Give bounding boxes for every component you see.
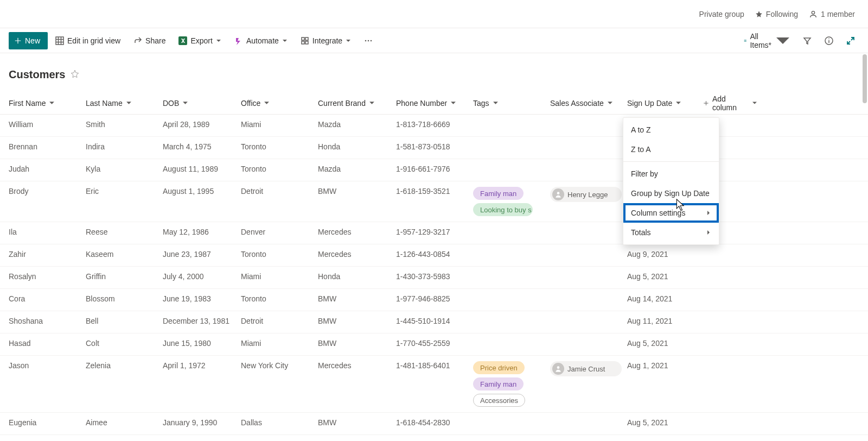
favorite-toggle[interactable] bbox=[71, 70, 79, 80]
cell: August 11, 1989 bbox=[163, 165, 241, 173]
table-row[interactable]: EugeniaAimeeJanuary 9, 1990DallasBMW1-61… bbox=[0, 413, 868, 435]
table-row[interactable]: JasonZeleniaApril 1, 1972New York CityMe… bbox=[0, 356, 868, 413]
col-header-sales[interactable]: Sales Associate bbox=[550, 99, 627, 108]
cell: Mazda bbox=[318, 120, 396, 129]
svg-rect-7 bbox=[302, 37, 304, 40]
table-row[interactable]: ShoshanaBellDecember 13, 1981DetroitBMW1… bbox=[0, 311, 868, 333]
col-header-brand[interactable]: Current Brand bbox=[318, 99, 396, 108]
table-row[interactable]: BrennanIndiraMarch 4, 1975TorontoHonda1-… bbox=[0, 137, 868, 159]
tag-pill[interactable]: Price driven bbox=[473, 361, 525, 374]
group-type-label: Private group bbox=[699, 10, 744, 18]
cell: Mercedes bbox=[318, 361, 396, 370]
following-toggle[interactable]: Following bbox=[755, 10, 798, 18]
cell: August 1, 1995 bbox=[163, 187, 241, 196]
col-header-firstname[interactable]: First Name bbox=[9, 99, 86, 108]
col-header-phone[interactable]: Phone Number bbox=[396, 99, 473, 108]
col-header-label: Last Name bbox=[86, 99, 123, 108]
tag-pill[interactable]: Family man bbox=[473, 377, 524, 390]
member-count[interactable]: 1 member bbox=[809, 10, 855, 18]
person-pill[interactable]: Jamie Crust bbox=[550, 361, 622, 376]
filter-icon bbox=[803, 36, 812, 45]
table-row[interactable]: BrodyEricAugust 1, 1995DetroitBMW1-618-1… bbox=[0, 181, 868, 222]
cell: Miami bbox=[241, 120, 318, 129]
view-selector[interactable]: All Items* bbox=[741, 32, 794, 49]
info-button[interactable] bbox=[820, 32, 838, 49]
tag-pill[interactable]: Looking to buy s... bbox=[473, 203, 533, 216]
chevron-down-icon bbox=[49, 100, 55, 106]
cell: Aug 5, 2021 bbox=[627, 418, 703, 427]
col-header-signup[interactable]: Sign Up Date bbox=[627, 99, 703, 108]
cell: New York City bbox=[241, 361, 318, 370]
expand-icon bbox=[846, 36, 855, 45]
menu-column-settings[interactable]: Column settings bbox=[623, 203, 719, 223]
chevron-down-icon bbox=[607, 100, 613, 106]
new-button[interactable]: New bbox=[9, 32, 48, 49]
expand-button[interactable] bbox=[842, 32, 859, 49]
table-row[interactable]: CoraBlossomJune 19, 1983TorontoBMW1-977-… bbox=[0, 289, 868, 311]
table-row[interactable]: JudahKylaAugust 11, 1989TorontoMazda1-91… bbox=[0, 159, 868, 181]
scrollbar-thumb[interactable] bbox=[863, 54, 867, 103]
col-header-lastname[interactable]: Last Name bbox=[86, 99, 163, 108]
integrate-label: Integrate bbox=[312, 36, 342, 45]
excel-icon bbox=[178, 36, 187, 45]
svg-point-13 bbox=[371, 40, 372, 41]
table-row[interactable]: RosalynGriffinJuly 4, 2000MiamiHonda1-43… bbox=[0, 267, 868, 289]
flow-icon bbox=[234, 36, 243, 45]
cell: 1-481-185-6401 bbox=[396, 361, 473, 370]
cell: BMW bbox=[318, 317, 396, 325]
cell: March 4, 1975 bbox=[163, 142, 241, 151]
table-row[interactable]: ZahirKaseemJune 23, 1987TorontoMercedes1… bbox=[0, 244, 868, 267]
cell: Bell bbox=[86, 317, 163, 325]
cell: Griffin bbox=[86, 272, 163, 281]
grid-header: First Name Last Name DOB Office Current … bbox=[0, 92, 868, 115]
cell: Detroit bbox=[241, 187, 318, 196]
cell: June 15, 1980 bbox=[163, 339, 241, 348]
menu-sort-ztoa[interactable]: Z to A bbox=[623, 140, 719, 159]
table-row[interactable]: HasadColtJune 15, 1980MiamiBMW1-770-455-… bbox=[0, 333, 868, 356]
chevron-down-icon bbox=[126, 100, 132, 106]
cell: 1-977-946-8825 bbox=[396, 294, 473, 303]
col-header-office[interactable]: Office bbox=[241, 99, 318, 108]
list-lines-icon bbox=[744, 36, 747, 45]
cell: William bbox=[9, 120, 86, 129]
tag-pill[interactable]: Family man bbox=[473, 187, 524, 200]
col-header-label: DOB bbox=[163, 99, 179, 108]
chevron-down-icon bbox=[493, 100, 499, 106]
table-row[interactable]: WilliamSmithApril 28, 1989MiamiMazda1-81… bbox=[0, 115, 868, 137]
cell: Toronto bbox=[241, 165, 318, 173]
filter-button[interactable] bbox=[799, 32, 816, 49]
col-header-dob[interactable]: DOB bbox=[163, 99, 241, 108]
cell: June 23, 1987 bbox=[163, 250, 241, 259]
integrate-button[interactable]: Integrate bbox=[295, 32, 356, 49]
chevron-down-icon bbox=[675, 100, 681, 106]
chevron-down-icon bbox=[369, 100, 375, 106]
col-header-label: Tags bbox=[473, 99, 489, 108]
tag-pill[interactable]: Accessories bbox=[473, 394, 525, 407]
svg-rect-8 bbox=[305, 37, 308, 40]
cell: Judah bbox=[9, 165, 86, 173]
col-header-tags[interactable]: Tags bbox=[473, 99, 550, 108]
cell: Zelenia bbox=[86, 361, 163, 370]
add-column-button[interactable]: Add column bbox=[703, 94, 763, 112]
cell: 1-957-129-3217 bbox=[396, 228, 473, 236]
automate-button[interactable]: Automate bbox=[229, 32, 293, 49]
table-row[interactable]: IlaReeseMay 12, 1986DenverMercedes1-957-… bbox=[0, 222, 868, 244]
share-button[interactable]: Share bbox=[128, 32, 171, 49]
chevron-down-icon bbox=[264, 100, 270, 106]
person-pill[interactable]: Henry Legge bbox=[550, 187, 622, 202]
export-button[interactable]: Export bbox=[173, 32, 226, 49]
menu-item-label: Column settings bbox=[631, 209, 685, 217]
cell-sales: Jamie Crust bbox=[550, 361, 627, 376]
integrate-icon bbox=[301, 36, 309, 45]
more-button[interactable] bbox=[359, 32, 378, 49]
cell: Toronto bbox=[241, 250, 318, 259]
edit-grid-button[interactable]: Edit in grid view bbox=[50, 32, 126, 49]
cell: June 19, 1983 bbox=[163, 294, 241, 303]
chevron-down-icon bbox=[752, 100, 757, 106]
menu-sort-atoz[interactable]: A to Z bbox=[623, 120, 719, 140]
menu-group-by[interactable]: Group by Sign Up Date bbox=[623, 184, 719, 203]
person-name: Henry Legge bbox=[567, 191, 608, 199]
cell: Colt bbox=[86, 339, 163, 348]
menu-totals[interactable]: Totals bbox=[623, 223, 719, 242]
menu-filter-by[interactable]: Filter by bbox=[623, 164, 719, 184]
